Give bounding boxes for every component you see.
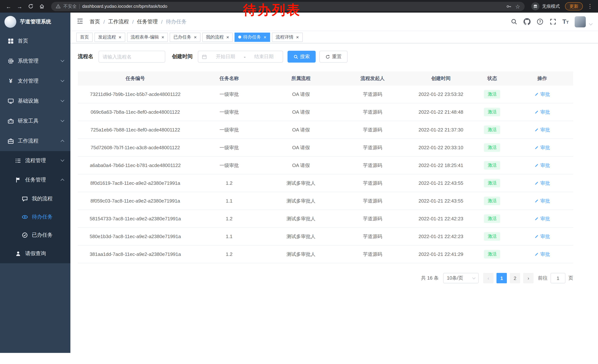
sidebar-item-infra[interactable]: 基础设施	[0, 91, 70, 111]
sidebar-item-label: 首页	[18, 38, 28, 44]
home-icon[interactable]	[37, 1, 47, 11]
search-icon[interactable]	[511, 18, 518, 25]
close-icon[interactable]: ×	[296, 35, 299, 40]
close-icon[interactable]: ×	[119, 35, 121, 40]
star-icon[interactable]: ☆	[515, 4, 520, 9]
search-button[interactable]: 搜索	[288, 51, 316, 63]
edit-icon	[534, 110, 539, 114]
table-row: a6aba0a4-7b6d-11ec-b781-acde48001122 一级审…	[78, 157, 573, 174]
process-name-input[interactable]	[99, 51, 165, 63]
approve-link[interactable]: 审批	[534, 126, 550, 133]
approve-link[interactable]: 审批	[534, 162, 550, 169]
help-icon[interactable]: ?	[537, 18, 544, 25]
edit-icon	[534, 145, 539, 150]
cell-status: 激活	[473, 161, 511, 170]
approve-link[interactable]: 审批	[534, 144, 550, 151]
reset-button[interactable]: 重置	[319, 51, 348, 63]
app-logo[interactable]: 芋道管理系统	[0, 13, 70, 31]
check-circle-icon	[22, 232, 28, 238]
page-button-2[interactable]: 2	[510, 273, 520, 283]
cell-initiator: 芋道源码	[336, 91, 409, 97]
cell-process: 测试多审批人	[266, 180, 336, 186]
next-page-button[interactable]: ›	[523, 273, 533, 283]
reload-icon[interactable]	[26, 1, 36, 11]
page-size-select[interactable]: 10条/页	[443, 273, 479, 283]
close-icon[interactable]: ×	[194, 35, 197, 40]
update-button[interactable]: 更新	[565, 2, 583, 10]
col-action: 操作	[511, 75, 573, 82]
github-icon[interactable]	[523, 18, 531, 25]
prev-page-button[interactable]: ‹	[483, 273, 493, 283]
approve-link[interactable]: 审批	[534, 91, 550, 97]
view-tab[interactable]: 待办任务 ×	[235, 32, 270, 42]
fullscreen-icon[interactable]	[549, 18, 556, 25]
approve-link[interactable]: 审批	[534, 233, 550, 240]
cell-initiator: 芋道源码	[336, 251, 409, 258]
approve-link[interactable]: 审批	[534, 198, 550, 204]
breadcrumb-task-mgmt[interactable]: 任务管理	[137, 18, 158, 25]
sidebar-item-leave-query[interactable]: 请假查询	[0, 244, 70, 263]
create-time-label: 创建时间	[172, 53, 193, 60]
address-bar[interactable]: 不安全 dashboard.yudao.iocoder.cn/bpm/task/…	[51, 2, 525, 11]
sidebar-item-task-mgmt[interactable]: 任务管理	[0, 170, 70, 190]
sidebar-item-devtools[interactable]: 研发工具	[0, 111, 70, 131]
todo-table: 任务编号 任务名称 所属流程 流程发起人 创建时间 状态 操作 73211d9d…	[78, 72, 573, 263]
view-tab[interactable]: 流程表单-编辑 ×	[127, 32, 168, 42]
approve-link[interactable]: 审批	[534, 251, 550, 258]
sidebar-item-payment[interactable]: ¥ 支付管理	[0, 71, 70, 91]
breadcrumb-workflow[interactable]: 工作流程	[108, 18, 129, 25]
view-tab[interactable]: 发起流程 ×	[94, 32, 125, 42]
hamburger-icon[interactable]	[76, 17, 84, 26]
cell-task-id: 73211d9d-7b9b-11ec-b5b7-acde48001122	[78, 91, 193, 97]
back-icon[interactable]: ←	[4, 1, 13, 11]
sidebar-item-label: 工作流程	[18, 138, 39, 145]
page-button-1[interactable]: 1	[497, 273, 507, 283]
approve-link[interactable]: 审批	[534, 109, 550, 115]
goto-page-input[interactable]	[551, 273, 565, 283]
cell-created: 2022-01-22 23:53:32	[409, 91, 473, 97]
breadcrumb: 首页 / 工作流程 / 任务管理 / 待办任务	[90, 18, 187, 25]
sidebar-item-label: 待办任务	[32, 213, 53, 220]
chevron-up-icon	[61, 140, 64, 144]
sidebar-item-done-tasks[interactable]: 已办任务	[0, 226, 70, 244]
table-body: 73211d9d-7b9b-11ec-b5b7-acde48001122 一级审…	[78, 86, 573, 263]
font-size-icon[interactable]: TT	[562, 18, 569, 25]
briefcase-icon	[8, 138, 14, 145]
cell-created: 2022-01-21 22:42:23	[409, 216, 473, 221]
security-label: 不安全	[63, 3, 77, 9]
tab-label: 流程详情	[276, 34, 293, 40]
tab-label: 我的流程	[206, 34, 224, 40]
cell-process: OA 请假	[266, 109, 336, 115]
sidebar-item-system[interactable]: 系统管理	[0, 51, 70, 71]
view-tab[interactable]: 首页 ×	[76, 32, 93, 42]
sidebar-item-workflow[interactable]: 工作流程	[0, 131, 70, 151]
forward-icon[interactable]: →	[15, 1, 25, 11]
approve-link[interactable]: 审批	[534, 180, 550, 186]
pagination: 共 16 条 10条/页 ‹ 1 2 › 前往 页	[78, 273, 573, 283]
approve-link[interactable]: 审批	[534, 215, 550, 222]
chevron-down-icon[interactable]	[589, 22, 593, 25]
key-icon[interactable]	[506, 4, 512, 9]
goto-label: 前往	[538, 275, 548, 281]
kebab-menu-icon[interactable]: ⋮	[586, 3, 594, 10]
date-range-picker[interactable]: 开始日期 - 结束日期	[198, 51, 283, 63]
sidebar-item-process-mgmt[interactable]: 流程管理	[0, 151, 70, 170]
workflow-submenu: 流程管理 任务管理 我的流程 待办任务 已办	[0, 151, 70, 263]
view-tab[interactable]: 已办任务 ×	[170, 32, 200, 42]
view-tab[interactable]: 我的流程 ×	[202, 32, 233, 42]
close-icon[interactable]: ×	[161, 35, 164, 40]
breadcrumb-home[interactable]: 首页	[90, 18, 100, 25]
view-tab[interactable]: 流程详情 ×	[272, 32, 303, 42]
close-icon[interactable]: ×	[264, 35, 266, 40]
chevron-up-icon	[61, 179, 64, 182]
close-icon[interactable]: ×	[226, 35, 229, 40]
sidebar-item-home[interactable]: 首页	[0, 31, 70, 51]
status-badge: 激活	[484, 214, 500, 223]
cell-created: 2022-01-21 22:43:55	[409, 198, 473, 204]
sidebar-item-todo-tasks[interactable]: 待办任务	[0, 208, 70, 226]
sidebar-item-my-processes[interactable]: 我的流程	[0, 190, 70, 208]
sidebar-item-label: 系统管理	[18, 58, 39, 65]
cell-task-id: a6aba0a4-7b6d-11ec-b781-acde48001122	[78, 162, 193, 168]
status-badge: 激活	[484, 143, 500, 152]
avatar[interactable]	[575, 16, 586, 27]
